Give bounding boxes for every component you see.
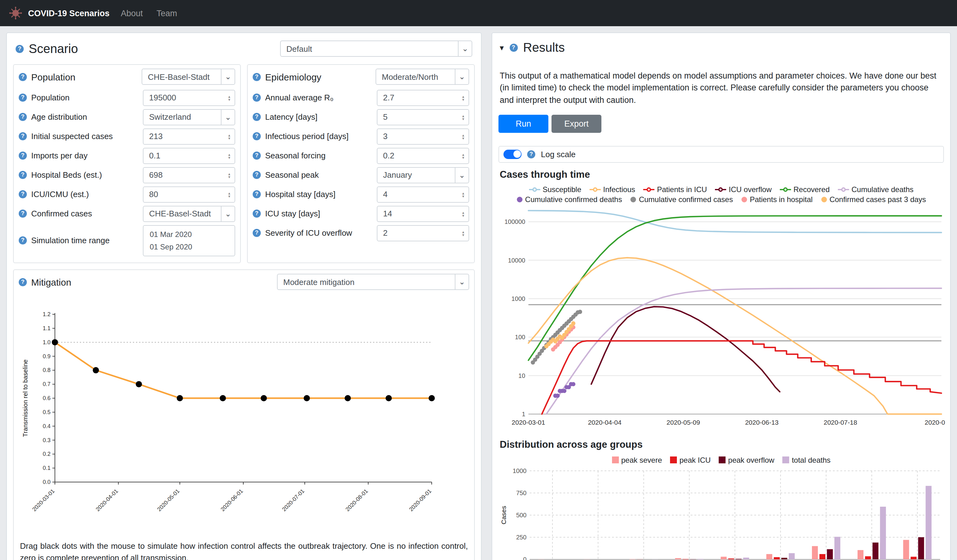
age-chart-title: Distribution across age groups [499, 439, 944, 450]
epidemiology-panel: ? Epidemiology Moderate/North ⌄ ?Annual … [247, 64, 475, 263]
help-icon[interactable]: ? [253, 210, 261, 218]
app-title[interactable]: COVID-19 Scenarios [28, 8, 109, 18]
legend-item[interactable]: peak ICU [670, 456, 711, 464]
seasonal-peak-select[interactable]: January⌄ [377, 167, 469, 183]
help-icon[interactable]: ? [19, 73, 27, 81]
simulation-time-range-picker[interactable]: 01 Mar 202001 Sep 2020 [143, 225, 235, 256]
chevron-down-icon: ⌄ [221, 206, 235, 221]
svg-text:0.9: 0.9 [43, 353, 51, 360]
legend-item[interactable]: total deaths [782, 456, 831, 464]
nav-link-about[interactable]: About [121, 8, 143, 18]
stepper-icon[interactable]: ▴▾ [225, 172, 235, 178]
help-icon[interactable]: ? [19, 210, 27, 218]
icu-stay-input[interactable]: 14▴▾ [377, 205, 469, 222]
mitigation-preset-select[interactable]: Moderate mitigation ⌄ [277, 274, 469, 290]
confirmed-cases-select[interactable]: CHE-Basel-Stadt⌄ [143, 205, 235, 222]
svg-text:750: 750 [516, 489, 526, 496]
stepper-icon[interactable]: ▴▾ [225, 133, 235, 139]
help-icon[interactable]: ? [19, 237, 27, 245]
legend-item[interactable]: Susceptible [529, 185, 581, 194]
legend-item[interactable]: Patients in ICU [643, 185, 707, 194]
legend-item[interactable]: peak severe [612, 456, 662, 464]
age-distribution-chart[interactable]: 025050075010000-910-1920-2930-3940-4950-… [499, 467, 945, 560]
epidemiology-preset-select[interactable]: Moderate/North ⌄ [376, 69, 469, 85]
help-icon[interactable]: ? [253, 73, 261, 81]
hospital-beds-input[interactable]: 698▴▾ [143, 167, 235, 183]
help-icon[interactable]: ? [253, 93, 261, 102]
help-icon[interactable]: ? [19, 113, 27, 121]
age-distribution-select[interactable]: Switzerland⌄ [143, 109, 235, 125]
virus-logo-icon[interactable] [9, 6, 22, 20]
svg-text:1.1: 1.1 [43, 325, 51, 331]
run-button[interactable]: Run [499, 114, 548, 133]
stepper-icon[interactable]: ▴▾ [225, 95, 235, 101]
legend-item[interactable]: Recovered [780, 185, 830, 194]
legend-item[interactable]: Infectious [589, 185, 635, 194]
cases-legend-row-1: SusceptibleInfectiousPatients in ICUICU … [529, 185, 913, 194]
population-input[interactable]: 195000▴▾ [143, 90, 235, 106]
help-icon[interactable]: ? [19, 93, 27, 102]
mitigation-chart[interactable]: 0.00.10.20.30.40.50.60.70.80.91.01.11.22… [19, 293, 469, 539]
svg-text:2020-09-01: 2020-09-01 [408, 488, 433, 513]
infectious-period-input[interactable]: 3▴▾ [377, 128, 469, 144]
log-scale-control: ? Log scale [499, 146, 944, 162]
help-icon[interactable]: ? [253, 171, 261, 179]
help-icon[interactable]: ? [509, 44, 518, 52]
stepper-icon[interactable]: ▴▾ [459, 95, 469, 101]
hospital-stay-input[interactable]: 4▴▾ [377, 186, 469, 202]
help-icon[interactable]: ? [19, 190, 27, 198]
stepper-icon[interactable]: ▴▾ [459, 230, 469, 236]
legend-item[interactable]: Confirmed cases past 3 days [821, 195, 926, 203]
help-icon[interactable]: ? [19, 132, 27, 140]
help-icon[interactable]: ? [19, 151, 27, 159]
stepper-icon[interactable]: ▴▾ [459, 191, 469, 197]
help-icon[interactable]: ? [16, 44, 24, 53]
imports-per-day-row: ?Imports per day0.1▴▾ [19, 146, 235, 165]
help-icon[interactable]: ? [253, 132, 261, 140]
stepper-icon[interactable]: ▴▾ [459, 153, 469, 159]
icu-overflow-severity-input[interactable]: 2▴▾ [377, 225, 469, 241]
log-scale-toggle[interactable] [504, 149, 521, 159]
scenario-header: ? Scenario Default ⌄ [13, 38, 475, 64]
scenario-preset-select[interactable]: Default ⌄ [280, 41, 472, 57]
legend-item[interactable]: Patients in hospital [741, 195, 813, 203]
collapse-caret-icon[interactable]: ▾ [500, 43, 504, 52]
param-label: Seasonal peak [265, 170, 319, 180]
help-icon[interactable]: ? [253, 151, 261, 159]
stepper-icon[interactable]: ▴▾ [225, 153, 235, 159]
svg-text:1000: 1000 [512, 295, 526, 302]
param-label: ICU stay [days] [265, 209, 320, 218]
help-icon[interactable]: ? [19, 278, 27, 286]
initial-suspected-cases-input[interactable]: 213▴▾ [143, 128, 235, 144]
legend-item[interactable]: Cumulative deaths [838, 185, 914, 194]
population-preset-select[interactable]: CHE-Basel-Stadt ⌄ [142, 69, 235, 85]
svg-text:10: 10 [518, 372, 525, 379]
stepper-icon[interactable]: ▴▾ [459, 210, 469, 217]
stepper-icon[interactable]: ▴▾ [459, 133, 469, 139]
cases-chart[interactable]: 1101001000100001000002020-03-012020-04-0… [499, 203, 945, 431]
age-distribution-row: ?Age distributionSwitzerland⌄ [19, 107, 235, 126]
latency-input[interactable]: 5▴▾ [377, 109, 469, 125]
nav-link-team[interactable]: Team [156, 8, 177, 18]
svg-text:2020-04-01: 2020-04-01 [95, 488, 119, 513]
stepper-icon[interactable]: ▴▾ [459, 114, 469, 120]
legend-item[interactable]: Cumulative confirmed cases [630, 195, 733, 203]
help-icon[interactable]: ? [253, 190, 261, 198]
chevron-down-icon: ⌄ [458, 41, 472, 56]
legend-item[interactable]: ICU overflow [715, 185, 771, 194]
help-icon[interactable]: ? [527, 150, 535, 158]
legend-item[interactable]: Cumulative confirmed deaths [516, 195, 622, 203]
export-button[interactable]: Export [551, 114, 602, 133]
help-icon[interactable]: ? [253, 113, 261, 121]
r0-input[interactable]: 2.7▴▾ [377, 90, 469, 106]
mitigation-panel: ? Mitigation Moderate mitigation ⌄ 0.00.… [13, 270, 475, 560]
param-label: Initial suspected cases [31, 132, 113, 141]
help-icon[interactable]: ? [19, 171, 27, 179]
icu-beds-input[interactable]: 80▴▾ [143, 186, 235, 202]
infectious-period-row: ?Infectious period [days]3▴▾ [253, 126, 469, 146]
stepper-icon[interactable]: ▴▾ [225, 191, 235, 197]
legend-item[interactable]: peak overflow [719, 456, 774, 464]
imports-per-day-input[interactable]: 0.1▴▾ [143, 147, 235, 164]
help-icon[interactable]: ? [253, 229, 261, 237]
seasonal-forcing-input[interactable]: 0.2▴▾ [377, 147, 469, 164]
